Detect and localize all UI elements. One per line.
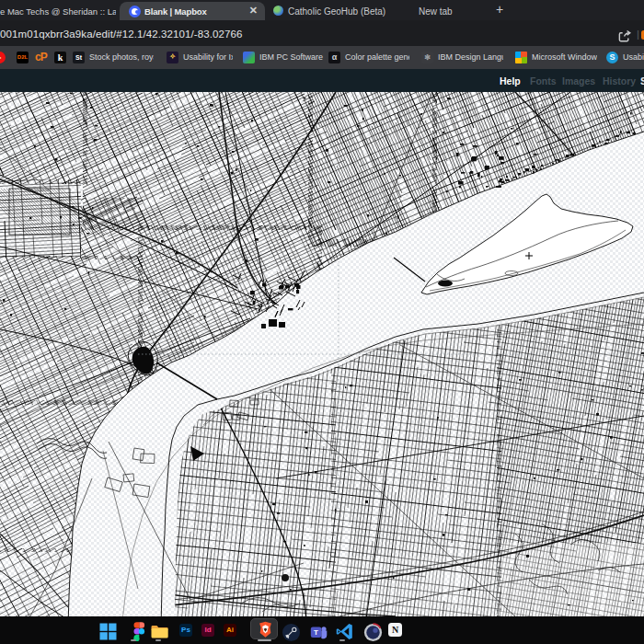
svg-text:T: T [314,628,318,637]
